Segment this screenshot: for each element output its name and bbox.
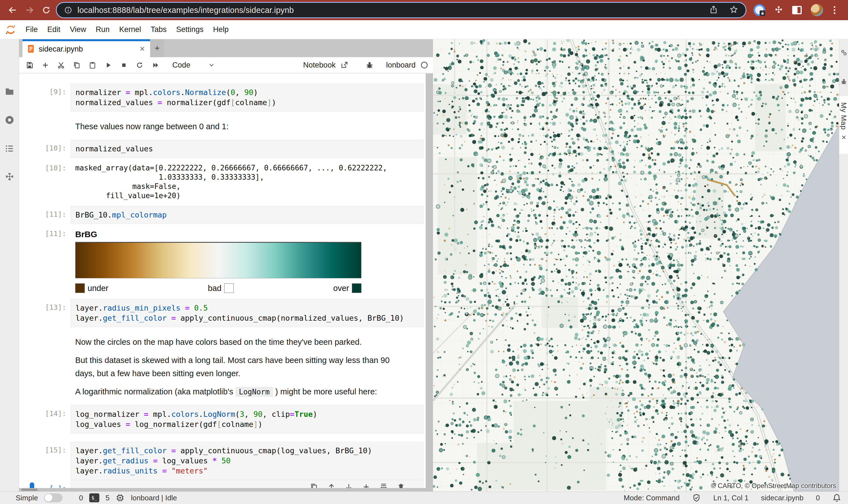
debugger-sidebar-bug-icon[interactable]	[839, 75, 848, 89]
code-cell[interactable]: [13]:layer.radius_min_pixels = 0.5layer.…	[19, 299, 426, 327]
cursor-position[interactable]: Ln 1, Col 1	[713, 493, 749, 502]
code-cell[interactable]: [11]:BrBG_10.mpl_colormap	[19, 206, 426, 224]
cut-icon[interactable]	[54, 59, 67, 71]
cell-input[interactable]: normalizer = mpl.colors.Normalize(0, 90)…	[71, 84, 423, 111]
menu-item-edit[interactable]: Edit	[42, 25, 65, 34]
terminal-icon[interactable]: $_	[89, 493, 99, 502]
menu-item-tabs[interactable]: Tabs	[146, 25, 171, 34]
cell-type-dropdown[interactable]: Code	[172, 61, 215, 70]
table-of-contents-icon[interactable]	[0, 141, 19, 157]
map-attribution: © CARTO, © OpenStreetMap contributors	[711, 482, 836, 490]
site-info-icon[interactable]	[64, 6, 72, 14]
duplicate-icon[interactable]	[310, 483, 318, 488]
notifications-bell-icon[interactable]	[832, 493, 841, 502]
colormap-name: BrBG	[75, 230, 423, 239]
running-kernels-icon[interactable]	[0, 112, 19, 128]
status-bar: Simple 0 $_ 5 lonboard | Idle Mode: Comm…	[0, 491, 848, 504]
menu-items: FileEditViewRunKernelTabsSettingsHelp	[21, 20, 233, 39]
insert-below-icon[interactable]	[379, 483, 388, 488]
address-bar[interactable]: localhost:8888/lab/tree/examples/integra…	[57, 3, 746, 17]
menu-item-help[interactable]: Help	[208, 25, 233, 34]
code-cell[interactable]: [9]:normalizer = mpl.colors.Normalize(0,…	[19, 84, 426, 111]
password-manager-extension-icon[interactable]	[754, 4, 765, 16]
code-cell[interactable]: [15]:layer.get_fill_color = apply_contin…	[19, 442, 426, 480]
simple-mode-label: Simple	[16, 493, 38, 502]
menu-item-view[interactable]: View	[65, 25, 91, 34]
url-text[interactable]: localhost:8888/lab/tree/examples/integra…	[77, 6, 294, 15]
browser-chrome: localhost:8888/lab/tree/examples/integra…	[0, 0, 848, 20]
kernel-status-idle-icon[interactable]	[420, 61, 429, 69]
new-tab-button[interactable]	[150, 39, 164, 57]
code-cell[interactable]: [14]:log_normalizer = mpl.colors.LogNorm…	[19, 405, 426, 433]
property-inspector-gears-icon[interactable]	[839, 46, 848, 59]
cmap-under: under	[75, 283, 108, 293]
extensions-puzzle-icon[interactable]	[774, 5, 783, 15]
delete-icon[interactable]	[397, 483, 405, 488]
open-external-icon[interactable]	[340, 61, 348, 69]
add-icon[interactable]	[39, 59, 52, 71]
lonboard-map-view[interactable]: © CARTO, © OpenStreetMap contributors	[433, 39, 839, 491]
notebook-link-label[interactable]: Notebook	[303, 61, 335, 70]
split-screen-icon[interactable]	[792, 6, 802, 14]
cell-input[interactable]: layer.get_fill_color = apply_continuous_…	[71, 442, 423, 480]
tab-title: sidecar.ipynb	[39, 45, 135, 54]
statusbar-filename[interactable]: sidecar.ipynb	[761, 493, 804, 502]
cell-input[interactable]: normalized_values	[71, 140, 423, 158]
copy-icon[interactable]	[70, 59, 83, 71]
menu-item-kernel[interactable]: Kernel	[115, 25, 146, 34]
trust-shield-icon[interactable]	[692, 493, 701, 502]
sidecar-tab-close-icon[interactable]	[841, 134, 847, 142]
simple-mode-toggle[interactable]	[44, 493, 63, 502]
move-up-icon[interactable]	[327, 483, 335, 488]
markdown-cell[interactable]: These values now range between 0 and 1:	[19, 120, 426, 133]
save-icon[interactable]	[23, 59, 36, 71]
browser-profile-avatar[interactable]	[811, 4, 823, 16]
insert-icon[interactable]	[362, 483, 370, 488]
share-icon[interactable]	[709, 5, 718, 15]
bookmark-star-icon[interactable]	[729, 5, 738, 15]
active-empty-cell[interactable]: [ ]:	[19, 480, 426, 488]
code-cell[interactable]: [10]:normalized_values	[19, 140, 426, 158]
cell-prompt: [ ]:	[19, 480, 71, 488]
active-cell-collapser[interactable]	[30, 482, 34, 488]
markdown-cell[interactable]: Now the circles on the map have colors b…	[19, 336, 426, 399]
notebook-horizontal-scrollbar[interactable]	[19, 488, 433, 491]
terminals-count[interactable]: 0	[79, 493, 83, 502]
cell-type-value: Code	[172, 61, 191, 70]
colormap-output-cell: [11]:BrBGunderbadover	[19, 228, 426, 293]
debugger-bug-icon[interactable]	[365, 61, 374, 69]
stop-icon[interactable]	[117, 59, 130, 71]
file-browser-icon[interactable]	[0, 84, 19, 99]
cell-input[interactable]	[71, 480, 423, 488]
cell-prompt: [10]:	[19, 140, 71, 158]
reload-icon[interactable]	[40, 4, 53, 17]
forward-icon[interactable]	[23, 4, 36, 17]
sidecar-tab-my-map[interactable]: My Map	[839, 96, 848, 154]
tab-close-icon[interactable]	[139, 46, 145, 53]
cell-input[interactable]: layer.radius_min_pixels = 0.5layer.get_f…	[71, 299, 423, 327]
mode-indicator[interactable]: Mode: Command	[624, 493, 680, 502]
kernels-count[interactable]: 5	[105, 493, 109, 502]
output-cell: [10]:masked_array(data=[0.22222222, 0.26…	[19, 162, 426, 200]
paste-icon[interactable]	[86, 59, 99, 71]
extension-manager-icon[interactable]	[0, 169, 19, 184]
kernel-name-label[interactable]: lonboard	[386, 61, 416, 70]
cell-prompt: [9]:	[19, 84, 71, 111]
menu-item-settings[interactable]: Settings	[171, 25, 208, 34]
kernel-status-text[interactable]: lonboard | Idle	[131, 493, 177, 502]
menu-item-run[interactable]: Run	[91, 25, 115, 34]
cell-input[interactable]: log_normalizer = mpl.colors.LogNorm(3, 9…	[71, 405, 423, 433]
menu-item-file[interactable]: File	[21, 25, 42, 34]
tab-sidecar-ipynb[interactable]: sidecar.ipynb	[22, 39, 150, 57]
kernel-chip-icon[interactable]	[116, 493, 125, 502]
restart-icon[interactable]	[133, 59, 146, 71]
jupyterlab-window: localhost:8888/lab/tree/examples/integra…	[0, 0, 848, 504]
cell-input[interactable]: BrBG_10.mpl_colormap	[71, 206, 423, 224]
move-down-icon[interactable]	[345, 483, 353, 488]
run-all-icon[interactable]	[149, 59, 162, 71]
run-icon[interactable]	[102, 59, 115, 71]
browser-menu-icon[interactable]	[832, 6, 837, 14]
map-canvas[interactable]	[433, 39, 839, 491]
notebook-vertical-scrollbar[interactable]	[426, 73, 433, 488]
back-icon[interactable]	[6, 4, 19, 17]
